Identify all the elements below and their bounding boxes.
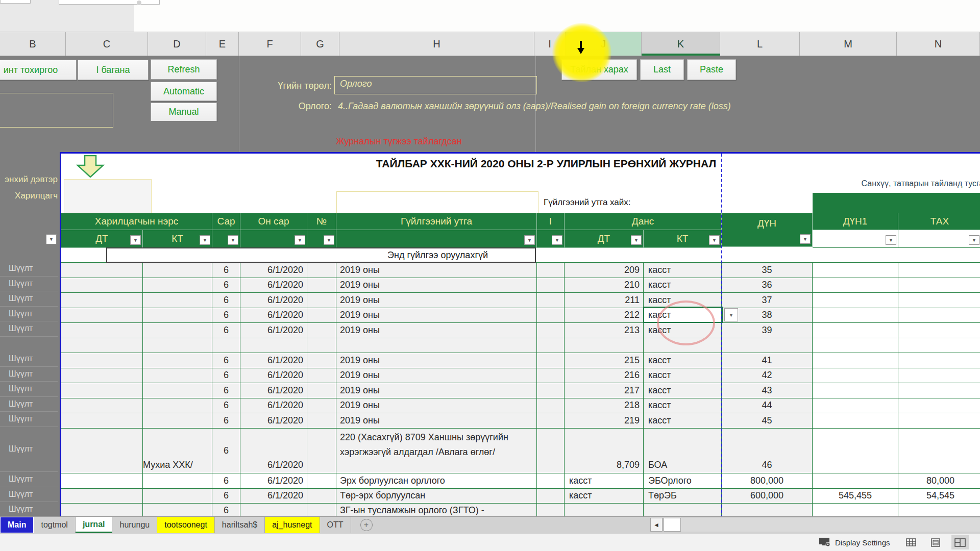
cell-onsar[interactable]: 6/1/2020 — [240, 323, 307, 338]
cell-utga[interactable]: 2019 оны — [336, 413, 537, 428]
tab-OTT[interactable]: OTT — [320, 517, 351, 533]
cell-dkt[interactable]: касст — [644, 353, 722, 368]
cell-onsar[interactable]: 6/1/2020 — [240, 489, 307, 504]
cell-onsar[interactable]: 6/1/2020 — [240, 293, 307, 308]
cell-nkt[interactable] — [143, 383, 212, 398]
cell-utga[interactable]: 2019 оны — [336, 263, 537, 278]
cell-onsar[interactable] — [240, 338, 307, 353]
cell-ddt[interactable]: 213 — [565, 323, 644, 338]
cell-ddt[interactable]: 212 — [565, 308, 644, 323]
filter-button[interactable]: ▼ — [631, 235, 642, 245]
view-normal-button[interactable] — [902, 535, 920, 549]
column-header-N[interactable]: N — [897, 32, 980, 56]
cell-ddt[interactable] — [565, 504, 644, 516]
cell-no[interactable] — [307, 353, 336, 368]
cell-sar[interactable]: 6 — [212, 278, 240, 293]
cell-ndt[interactable] — [61, 429, 143, 473]
cell-no[interactable] — [307, 383, 336, 398]
cell-sar[interactable]: 6 — [212, 323, 240, 338]
cell-dun1[interactable] — [813, 413, 898, 428]
cell-tah[interactable] — [898, 429, 980, 473]
cell-tah[interactable] — [898, 323, 980, 338]
cell-ndt[interactable] — [61, 398, 143, 413]
cell-sar[interactable]: 6 — [212, 368, 240, 383]
display-settings[interactable]: Display Settings — [819, 537, 890, 548]
cell-onsar[interactable]: 6/1/2020 — [240, 368, 307, 383]
cell-i[interactable] — [537, 489, 565, 504]
cell-tah[interactable] — [898, 338, 980, 353]
cell-dun[interactable]: 39 — [722, 323, 813, 338]
cell-ddt[interactable] — [565, 248, 644, 262]
cell-utga[interactable]: 2019 оны — [336, 383, 537, 398]
cell-onsar[interactable]: 6/1/2020 — [240, 353, 307, 368]
tab-hariltsah$[interactable]: hariltsah$ — [215, 517, 265, 533]
cell-ddt[interactable] — [565, 338, 644, 353]
cell-nkt[interactable] — [143, 398, 212, 413]
cell-dkt[interactable]: ЭБОрлого — [644, 473, 722, 488]
cell-ddt[interactable]: 8,709 — [565, 429, 644, 473]
cell-no[interactable] — [307, 473, 336, 488]
filter-button[interactable]: ▼ — [200, 235, 210, 245]
cell-ddt[interactable]: 209 — [565, 263, 644, 278]
cell-onsar[interactable]: 6/1/2020 — [240, 263, 307, 278]
cell-ndt[interactable] — [61, 353, 143, 368]
cell-tah[interactable] — [898, 398, 980, 413]
cell-no[interactable] — [307, 338, 336, 353]
filter-button[interactable]: ▼ — [552, 235, 562, 245]
refresh-button[interactable]: Refresh — [151, 59, 217, 80]
automatic-button[interactable]: Automatic — [151, 82, 217, 101]
cell-utga[interactable]: 2019 оны — [336, 308, 537, 323]
cell-no[interactable] — [307, 323, 336, 338]
cell-tah[interactable] — [898, 353, 980, 368]
cell-utga[interactable]: ЗГ-ын тусламжын орлого (ЗГТО) - — [336, 504, 537, 516]
cell-dun[interactable]: 37 — [722, 293, 813, 308]
cell-tah[interactable] — [898, 504, 980, 516]
cell-dun1[interactable] — [813, 248, 898, 262]
cell-ddt[interactable]: 217 — [565, 383, 644, 398]
cell-onsar[interactable]: 6/1/2020 — [240, 308, 307, 323]
cell-ndt[interactable] — [61, 263, 143, 278]
cell-dun[interactable]: 800,000 — [722, 473, 813, 488]
column-header-C[interactable]: C — [66, 32, 148, 56]
cell-no[interactable] — [307, 293, 336, 308]
cell-i[interactable] — [537, 278, 565, 293]
cell-tah[interactable] — [898, 263, 980, 278]
cell-dun[interactable] — [722, 248, 813, 262]
cell-dun[interactable]: 35 — [722, 263, 813, 278]
cell-i[interactable] — [537, 398, 565, 413]
cell-dun1[interactable] — [813, 278, 898, 293]
last-button[interactable]: Last — [640, 59, 684, 80]
cell-ddt[interactable]: 211 — [565, 293, 644, 308]
cell-nkt[interactable] — [143, 368, 212, 383]
name-search-box[interactable] — [64, 179, 152, 213]
filter-button[interactable]: ▼ — [969, 235, 979, 245]
cell-tah[interactable]: 80,000 — [898, 473, 980, 488]
cell-dkt[interactable]: касст — [644, 383, 722, 398]
cell-dun1[interactable] — [813, 338, 898, 353]
cell-onsar[interactable]: 6/1/2020 — [240, 413, 307, 428]
cell-dun1[interactable] — [813, 383, 898, 398]
filter-button[interactable]: ▼ — [46, 234, 57, 244]
cell-i[interactable] — [537, 429, 565, 473]
filter-button[interactable]: ▼ — [228, 235, 238, 245]
paste-button[interactable]: Paste — [687, 59, 736, 80]
cell-utga[interactable]: 2019 оны — [336, 368, 537, 383]
cell-nkt[interactable] — [143, 308, 212, 323]
column-header-E[interactable]: E — [206, 32, 239, 56]
cell-ndt[interactable] — [61, 308, 143, 323]
tab-hurungu[interactable]: hurungu — [112, 517, 157, 533]
i-column-button[interactable]: I багана — [78, 60, 149, 80]
cell-no[interactable] — [307, 368, 336, 383]
cell-utga[interactable]: Төр-эрх борлуулсан — [336, 489, 537, 504]
cell-no[interactable] — [307, 308, 336, 323]
cell-tah[interactable] — [898, 293, 980, 308]
cell-sar[interactable]: 6 — [212, 353, 240, 368]
filter-button[interactable]: ▼ — [886, 235, 896, 245]
cell-dun1[interactable] — [813, 398, 898, 413]
cell-sar[interactable]: 6 — [212, 429, 240, 473]
cell-sar[interactable]: 6 — [212, 398, 240, 413]
scroll-left-button[interactable]: ◄ — [650, 518, 663, 532]
cell-dkt[interactable]: касст — [644, 413, 722, 428]
filter-button[interactable]: ▼ — [524, 235, 535, 245]
cell-ndt[interactable] — [61, 323, 143, 338]
